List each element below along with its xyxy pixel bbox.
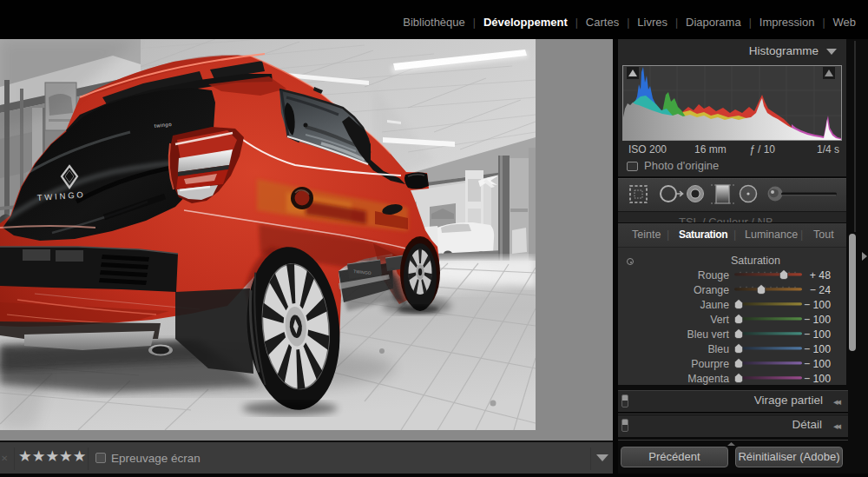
svg-text:Magenta: Magenta (687, 373, 729, 385)
svg-text:− 24: − 24 (810, 284, 831, 296)
svg-text:Bleu vert: Bleu vert (687, 328, 729, 341)
svg-text:Vert: Vert (710, 314, 729, 326)
svg-text:Orange: Orange (694, 284, 729, 296)
svg-text:− 100: − 100 (804, 358, 831, 370)
svg-text:Jaune: Jaune (700, 299, 729, 311)
svg-text:− 100: − 100 (804, 343, 831, 355)
svg-text:− 100: − 100 (804, 314, 831, 326)
svg-text:− 100: − 100 (804, 328, 831, 341)
svg-text:− 100: − 100 (804, 299, 831, 311)
svg-text:− 100: − 100 (804, 373, 831, 385)
svg-text:Bleu: Bleu (707, 343, 729, 355)
svg-text:+ 48: + 48 (810, 269, 831, 282)
svg-text:Pourpre: Pourpre (691, 358, 729, 370)
svg-text:Rouge: Rouge (698, 269, 729, 282)
